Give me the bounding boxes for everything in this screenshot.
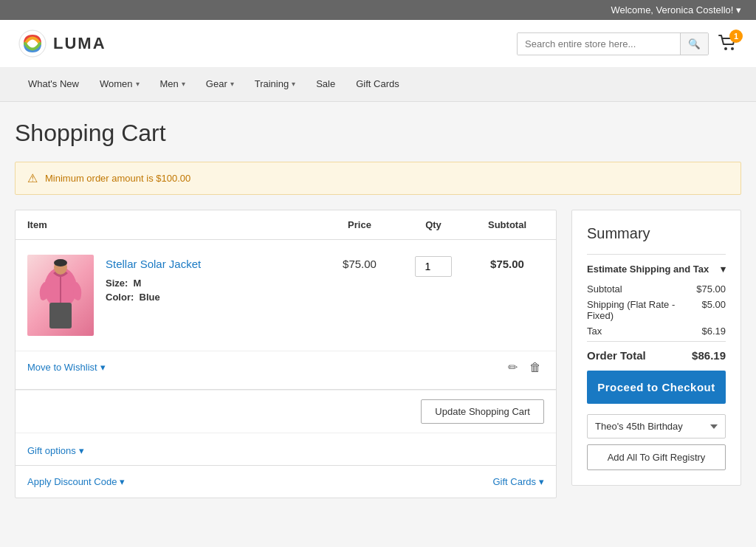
chevron-down-icon-giftcards: ▾ (539, 476, 544, 487)
qty-input[interactable] (415, 256, 452, 277)
nav-item-whats-new[interactable]: What's New (18, 68, 89, 101)
gift-options-label: Gift options (27, 445, 76, 456)
summary-title: Summary (587, 225, 726, 242)
page-title: Shopping Cart (15, 120, 741, 147)
subtotal-value: $75.00 (696, 283, 726, 295)
nav-label-gift-cards: Gift Cards (356, 78, 399, 89)
color-label: Color: (106, 292, 134, 303)
item-info: Stellar Solar Jacket Size: M Color: Blue (27, 255, 323, 336)
search-icon: 🔍 (688, 38, 701, 49)
proceed-to-checkout-button[interactable]: Proceed to Checkout (587, 371, 726, 404)
top-bar: Welcome, Veronica Costello! ▾ (0, 0, 756, 20)
item-name[interactable]: Stellar Solar Jacket (106, 258, 201, 270)
color-value: Blue (140, 292, 160, 303)
summary-box: Summary Estimate Shipping and Tax ▾ Subt… (571, 210, 741, 486)
gift-registry-section: Theo's 45th Birthday Add All To Gift Reg… (587, 414, 726, 470)
move-to-wishlist-button[interactable]: Move to Wishlist ▾ (27, 362, 106, 373)
discount-toggle[interactable]: Apply Discount Code ▾ (27, 476, 125, 487)
tax-label: Tax (587, 326, 602, 337)
header: LUMA 🔍 1 (0, 20, 756, 68)
order-total-value: $86.19 (692, 349, 726, 362)
nav-label-gear: Gear (206, 78, 227, 89)
main-nav: What's New Women ▾ Men ▾ Gear ▾ Training… (0, 68, 756, 102)
edit-delete-icons: ✏ 🗑 (505, 357, 544, 377)
cart-section: Item Price Qty Subtotal (15, 210, 557, 498)
search-input[interactable] (518, 33, 680, 55)
edit-icon: ✏ (508, 361, 518, 374)
svg-rect-5 (49, 303, 72, 328)
registry-select[interactable]: Theo's 45th Birthday (587, 414, 726, 438)
trash-icon: 🗑 (529, 361, 541, 374)
logo-text: LUMA (53, 34, 106, 53)
logo-area[interactable]: LUMA (18, 29, 106, 58)
header-subtotal: Subtotal (470, 219, 544, 230)
update-cart-row: Update Shopping Cart (16, 390, 556, 433)
gift-cards-toggle[interactable]: Gift Cards ▾ (492, 476, 544, 487)
edit-item-button[interactable]: ✏ (505, 357, 520, 377)
summary-row-shipping: Shipping (Flat Rate - Fixed) $5.00 (587, 299, 726, 321)
discount-giftcards-row: Apply Discount Code ▾ Gift Cards ▾ (16, 465, 556, 498)
nav-item-men[interactable]: Men ▾ (150, 68, 196, 101)
nav-item-training[interactable]: Training ▾ (244, 68, 306, 101)
search-button[interactable]: 🔍 (680, 33, 708, 55)
chevron-down-icon-women: ▾ (136, 80, 140, 88)
welcome-message[interactable]: Welcome, Veronica Costello! (611, 4, 733, 16)
update-cart-button[interactable]: Update Shopping Cart (421, 399, 544, 424)
svg-point-2 (731, 47, 734, 50)
svg-point-1 (724, 47, 727, 50)
chevron-down-icon-gift: ▾ (79, 445, 84, 456)
header-right: 🔍 1 (517, 32, 738, 55)
cart-table-header: Item Price Qty Subtotal (16, 210, 556, 240)
item-image (27, 255, 94, 336)
svg-point-0 (19, 30, 46, 57)
summary-row-subtotal: Subtotal $75.00 (587, 283, 726, 295)
nav-label-whats-new: What's New (28, 78, 79, 89)
discount-label: Apply Discount Code (27, 476, 117, 487)
item-actions-row: Move to Wishlist ▾ ✏ 🗑 (16, 351, 556, 389)
chevron-down-icon-wishlist: ▾ (100, 362, 106, 373)
delete-item-button[interactable]: 🗑 (526, 357, 544, 377)
nav-item-gear[interactable]: Gear ▾ (196, 68, 244, 101)
shipping-estimate-toggle[interactable]: Estimate Shipping and Tax ▾ (587, 264, 726, 275)
item-details: Stellar Solar Jacket Size: M Color: Blue (106, 255, 201, 306)
subtotal-label: Subtotal (587, 283, 622, 295)
search-box: 🔍 (517, 32, 709, 55)
chevron-down-icon-gear: ▾ (230, 80, 234, 88)
add-to-registry-button[interactable]: Add All To Gift Registry (587, 444, 726, 470)
item-color: Color: Blue (106, 292, 201, 303)
gift-options-toggle[interactable]: Gift options ▾ (27, 445, 544, 456)
item-size: Size: M (106, 278, 201, 289)
top-bar-caret[interactable]: ▾ (736, 4, 741, 16)
order-total-label: Order Total (587, 349, 646, 362)
size-label: Size: (106, 278, 128, 289)
chevron-down-icon-men: ▾ (182, 80, 185, 88)
nav-label-sale: Sale (316, 78, 335, 89)
nav-label-men: Men (160, 78, 179, 89)
nav-item-women[interactable]: Women ▾ (89, 68, 150, 101)
cart-badge: 1 (729, 30, 743, 43)
item-subtotal: $75.00 (470, 255, 544, 270)
shipping-section: Estimate Shipping and Tax ▾ (587, 254, 726, 275)
table-row: Stellar Solar Jacket Size: M Color: Blue… (16, 240, 556, 351)
content-layout: Item Price Qty Subtotal (15, 210, 741, 498)
shipping-cost-label: Shipping (Flat Rate - Fixed) (587, 299, 701, 321)
summary-sidebar: Summary Estimate Shipping and Tax ▾ Subt… (571, 210, 741, 486)
header-qty: Qty (396, 219, 470, 230)
cart-icon-wrapper[interactable]: 1 (718, 34, 738, 54)
main-container: Shopping Cart ⚠ Minimum order amount is … (0, 102, 756, 516)
svg-point-7 (54, 259, 67, 266)
nav-item-gift-cards[interactable]: Gift Cards (346, 68, 410, 101)
size-value: M (134, 278, 142, 289)
warning-icon: ⚠ (27, 171, 38, 185)
item-price: $75.00 (323, 255, 396, 270)
gift-options-section: Gift options ▾ (16, 433, 556, 465)
nav-label-women: Women (100, 78, 133, 89)
warning-banner: ⚠ Minimum order amount is $100.00 (15, 162, 741, 195)
header-item: Item (27, 219, 323, 230)
nav-item-sale[interactable]: Sale (306, 68, 346, 101)
chevron-down-icon-shipping: ▾ (721, 264, 726, 275)
product-image-jacket (35, 258, 86, 332)
gift-cards-label: Gift Cards (492, 476, 536, 487)
item-qty (396, 255, 470, 277)
luma-logo-icon (18, 29, 47, 58)
